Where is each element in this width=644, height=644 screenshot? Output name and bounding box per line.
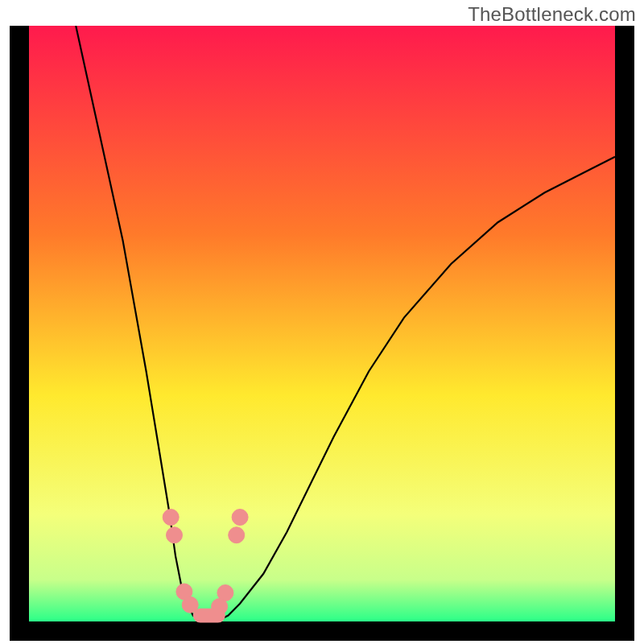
marker-right-upper-1: [232, 510, 248, 526]
bottom-marker-bar: [193, 609, 225, 623]
marker-right-upper-2: [229, 527, 245, 543]
gradient-background: [29, 26, 615, 621]
marker-left-upper-2: [167, 527, 183, 543]
marker-left-upper-1: [163, 510, 179, 526]
watermark-text: TheBottleneck.com: [468, 3, 636, 26]
chart-svg: [10, 26, 634, 641]
chart-container: TheBottleneck.com: [0, 0, 644, 644]
chart-frame: [10, 26, 634, 641]
